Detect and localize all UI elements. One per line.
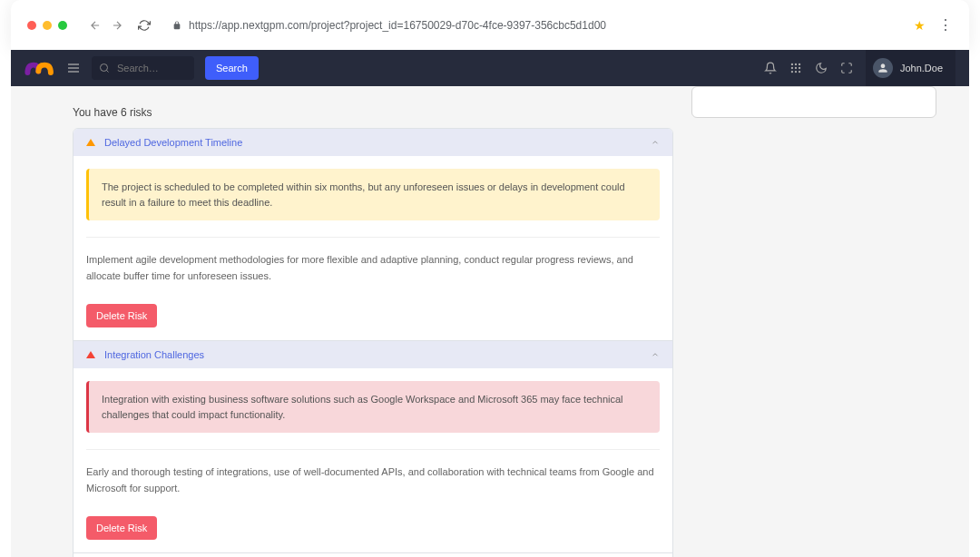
divider xyxy=(86,237,660,238)
risk-title: Delayed Development Timeline xyxy=(104,137,242,148)
app-frame: Search John.Doe You have xyxy=(11,50,969,557)
delete-risk-button[interactable]: Delete Risk xyxy=(86,304,157,327)
search-icon xyxy=(99,63,110,73)
menu-toggle-icon[interactable] xyxy=(66,61,81,75)
risks-heading: You have 6 risks xyxy=(73,106,673,119)
username: John.Doe xyxy=(900,63,943,73)
chevron-up-icon xyxy=(651,350,660,359)
user-menu[interactable]: John.Doe xyxy=(866,50,956,86)
apps-grid-icon[interactable] xyxy=(789,62,802,74)
reload-button[interactable] xyxy=(138,19,151,32)
side-panel xyxy=(691,86,936,118)
svg-point-7 xyxy=(799,64,800,65)
search-input[interactable] xyxy=(117,63,194,73)
maximize-window[interactable] xyxy=(58,21,67,30)
svg-point-6 xyxy=(795,64,797,65)
url-text: https://app.nextgpm.com/project?project_… xyxy=(189,19,606,32)
error-icon xyxy=(86,351,95,358)
risk-header-integration[interactable]: Integration Challenges xyxy=(74,340,672,368)
browser-menu-icon[interactable]: ⋮ xyxy=(938,16,953,34)
topbar: Search John.Doe xyxy=(11,50,969,86)
risks-accordion: Delayed Development Timeline The project… xyxy=(73,128,673,557)
risk-header-security[interactable]: Security Vulnerabilities xyxy=(74,552,672,557)
lock-icon xyxy=(172,21,181,30)
risk-title: Integration Challenges xyxy=(104,349,204,360)
risk-description: Integration with existing business softw… xyxy=(86,381,660,433)
window-controls xyxy=(27,21,67,30)
risk-body: The project is scheduled to be completed… xyxy=(74,156,672,340)
notifications-icon[interactable] xyxy=(764,62,777,74)
forward-button[interactable] xyxy=(111,19,123,32)
divider xyxy=(86,449,660,450)
minimize-window[interactable] xyxy=(43,21,52,30)
svg-point-10 xyxy=(799,67,800,69)
url-bar[interactable]: https://app.nextgpm.com/project?project_… xyxy=(163,15,901,35)
svg-point-8 xyxy=(791,67,793,69)
close-window[interactable] xyxy=(27,21,36,30)
svg-point-12 xyxy=(795,71,797,73)
delete-risk-button[interactable]: Delete Risk xyxy=(86,516,157,540)
svg-point-5 xyxy=(791,64,793,65)
risk-description: The project is scheduled to be completed… xyxy=(86,169,660,220)
svg-point-11 xyxy=(791,71,793,73)
svg-point-9 xyxy=(795,67,797,69)
chevron-up-icon xyxy=(651,138,660,147)
dark-mode-icon[interactable] xyxy=(815,62,828,74)
bookmark-icon[interactable]: ★ xyxy=(914,18,926,33)
browser-chrome: https://app.nextgpm.com/project?project_… xyxy=(11,0,969,50)
fullscreen-icon[interactable] xyxy=(840,62,853,74)
risk-mitigation: Early and thorough testing of integratio… xyxy=(86,464,660,496)
warning-icon xyxy=(86,139,95,146)
search-box xyxy=(92,56,194,80)
risk-mitigation: Implement agile development methodologie… xyxy=(86,252,660,284)
logo[interactable] xyxy=(24,58,55,78)
risk-header-delayed-timeline[interactable]: Delayed Development Timeline xyxy=(74,129,672,156)
back-button[interactable] xyxy=(89,19,102,32)
svg-point-3 xyxy=(101,64,108,72)
svg-line-4 xyxy=(106,70,108,72)
svg-point-13 xyxy=(799,71,800,73)
search-button[interactable]: Search xyxy=(205,56,259,80)
avatar xyxy=(873,58,893,78)
risk-body: Integration with existing business softw… xyxy=(74,368,672,552)
